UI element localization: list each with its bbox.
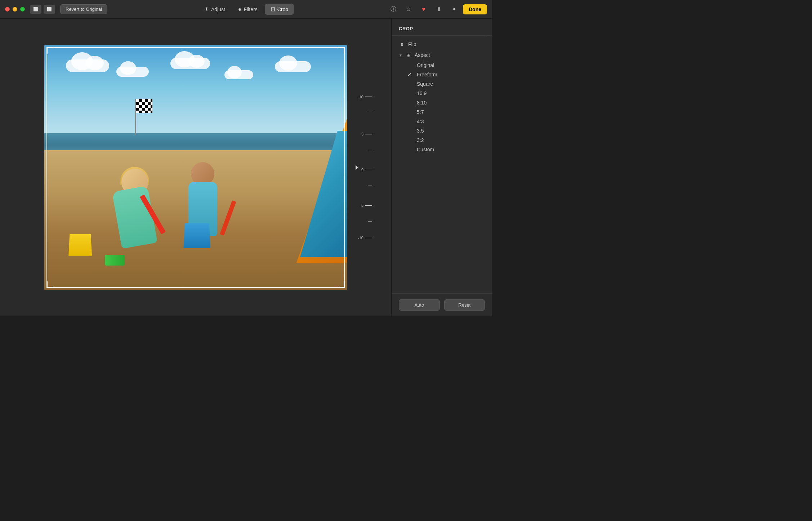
emoji-button[interactable]: ☺: [402, 4, 415, 14]
flip-label: Flip: [408, 41, 485, 47]
child-right: [178, 135, 228, 236]
aspect-8-10[interactable]: 8:10: [392, 98, 492, 107]
cloud-5: [275, 61, 311, 72]
adjust-label: Adjust: [211, 6, 225, 12]
sidebar-content: ⬍ Flip ▼ ⊞ Aspect Original ✓ Freeform: [392, 36, 492, 293]
ruler-mark-5: 5: [355, 132, 372, 136]
ruler-mark-neg5: -5: [355, 203, 372, 208]
titlebar: ⬜ ⬜ Revert to Original ☀ Adjust ● Filter…: [0, 0, 492, 19]
main-area: 10 5 0: [0, 19, 492, 316]
aspect-icon: ⊞: [405, 52, 412, 58]
revert-button[interactable]: Revert to Original: [60, 4, 107, 14]
aspect-original[interactable]: Original: [392, 61, 492, 70]
bucket-yellow: [68, 234, 92, 256]
aspect-16-9[interactable]: 16:9: [392, 89, 492, 98]
aspect-3-2[interactable]: 3:2: [392, 135, 492, 145]
ruler-mark-minor3: [358, 186, 372, 186]
aspect-section: Original ✓ Freeform Square 16:9 8:10: [392, 61, 492, 154]
info-button[interactable]: ⓘ: [387, 4, 400, 14]
clouds: [44, 52, 347, 126]
sidebar: CROP ⬍ Flip ▼ ⊞ Aspect Original: [391, 19, 492, 316]
ruler-marks: 10 5 0: [354, 86, 372, 249]
aspect-3-5[interactable]: 3:5: [392, 126, 492, 135]
tile-left-button[interactable]: ⬜: [30, 5, 41, 14]
5-7-label: 5:7: [417, 109, 424, 115]
beach-photo: [44, 45, 347, 290]
ruler-mark-10: 10: [355, 95, 372, 99]
minimize-button[interactable]: [13, 7, 17, 12]
aspect-freeform[interactable]: ✓ Freeform: [392, 70, 492, 79]
ruler-pointer: [356, 165, 358, 170]
auto-button[interactable]: Auto: [399, 299, 440, 311]
toolbar-center: ☀ Adjust ● Filters ⊡ Crop: [198, 4, 294, 15]
adjust-icon: ☀: [204, 6, 209, 13]
16-9-label: 16:9: [417, 90, 427, 96]
custom-label: Custom: [417, 147, 434, 152]
heart-button[interactable]: ♥: [418, 4, 430, 14]
ruler-mark-0: 0: [355, 168, 372, 172]
close-button[interactable]: [5, 7, 10, 12]
ruler-mark-minor4: [358, 221, 372, 222]
ruler-mark-minor1: [358, 111, 372, 111]
4-3-label: 4:3: [417, 119, 424, 124]
filters-label: Filters: [244, 6, 258, 12]
aspect-square[interactable]: Square: [392, 79, 492, 89]
photo-area: 10 5 0: [0, 19, 391, 316]
aspect-4-3[interactable]: 4:3: [392, 117, 492, 126]
cloud-1: [66, 59, 109, 72]
crop-label: Crop: [277, 6, 288, 12]
sidebar-header: CROP: [392, 19, 492, 36]
aspect-item[interactable]: ▼ ⊞ Aspect: [392, 50, 492, 61]
filters-button[interactable]: ● Filters: [232, 4, 263, 15]
filters-icon: ●: [238, 6, 242, 13]
heart-icon: ♥: [422, 6, 425, 13]
maximize-button[interactable]: [20, 7, 25, 12]
aspect-custom[interactable]: Custom: [392, 145, 492, 154]
square-label: Square: [417, 81, 433, 87]
tile-right-button[interactable]: ⬜: [44, 5, 55, 14]
aspect-5-7[interactable]: 5:7: [392, 107, 492, 117]
3-2-label: 3:2: [417, 137, 424, 143]
window-controls: ⬜ ⬜: [30, 5, 55, 14]
freeform-check: ✓: [407, 72, 413, 77]
adjust-button[interactable]: ☀ Adjust: [198, 4, 231, 15]
child-left-body: [112, 186, 157, 249]
aspect-chevron-icon: ▼: [399, 53, 402, 57]
flip-icon: ⬍: [399, 41, 405, 48]
cloud-3: [170, 58, 210, 69]
share-icon: ⬆: [437, 6, 441, 13]
flip-item[interactable]: ⬍ Flip: [392, 39, 492, 50]
cloud-2: [116, 67, 149, 77]
emoji-icon: ☺: [406, 6, 411, 13]
8-10-label: 8:10: [417, 100, 427, 106]
share-button[interactable]: ⬆: [433, 4, 445, 14]
aspect-label: Aspect: [415, 52, 485, 58]
sidebar-title: CROP: [399, 26, 413, 31]
original-label: Original: [417, 62, 434, 68]
crop-icon: ⊡: [271, 6, 275, 13]
spade-green: [105, 255, 125, 266]
ruler-mark-minor2: [358, 150, 372, 150]
magic-button[interactable]: ✦: [448, 4, 460, 14]
traffic-lights: [5, 7, 25, 12]
magic-icon: ✦: [452, 6, 456, 13]
reset-button[interactable]: Reset: [444, 299, 485, 311]
cloud-4: [224, 70, 253, 79]
done-button[interactable]: Done: [463, 4, 487, 14]
flag: [136, 99, 152, 113]
3-5-label: 3:5: [417, 128, 424, 134]
rotation-ruler: 10 5 0: [354, 77, 376, 258]
freeform-label: Freeform: [417, 72, 437, 77]
bucket-blue: [183, 223, 210, 248]
toolbar-right: ⓘ ☺ ♥ ⬆ ✦ Done: [387, 4, 487, 14]
sidebar-footer: Auto Reset: [392, 293, 492, 316]
crop-button[interactable]: ⊡ Crop: [265, 4, 294, 15]
photo-container: 10 5 0: [44, 45, 347, 290]
ruler-mark-neg10: -10: [355, 236, 372, 240]
info-icon: ⓘ: [391, 5, 396, 13]
